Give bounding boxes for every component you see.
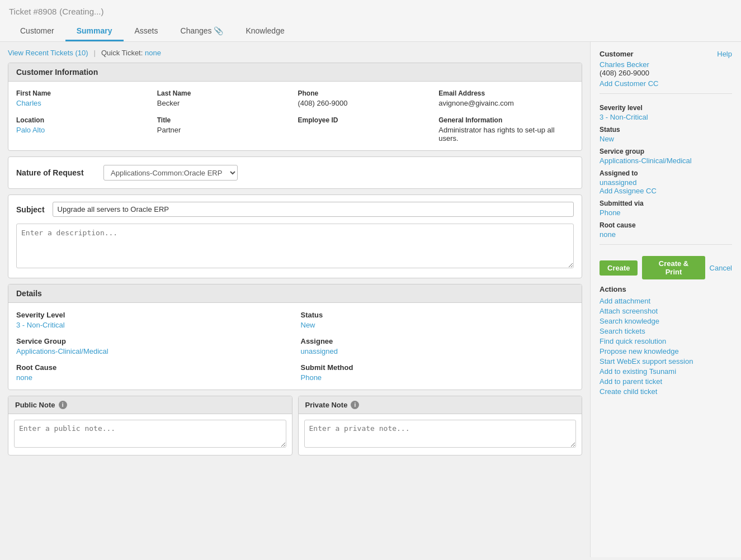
sidebar-service-group-value[interactable]: Applications-Clinical/Medical xyxy=(600,156,692,165)
create-button[interactable]: Create xyxy=(600,260,638,276)
cancel-link[interactable]: Cancel xyxy=(710,264,732,272)
phone-field: Phone (408) 260-9000 xyxy=(298,89,433,107)
nav-tabs: Customer Summary Assets Changes 📎 Knowle… xyxy=(9,22,732,41)
general-info-label: General Information xyxy=(438,116,574,124)
create-print-button[interactable]: Create & Print xyxy=(642,256,705,279)
public-note-panel: Public Note i xyxy=(8,396,292,455)
notes-row: Public Note i Private Note i xyxy=(8,396,582,455)
details-panel: Details Severity Level 3 - Non-Critical … xyxy=(8,284,582,390)
tab-customer[interactable]: Customer xyxy=(9,22,65,41)
separator: | xyxy=(94,49,96,57)
action-start-webex[interactable]: Start WebEx support session xyxy=(600,357,732,366)
root-cause-detail-value[interactable]: none xyxy=(16,373,290,382)
employee-id-field: Employee ID xyxy=(298,116,433,143)
right-sidebar: Customer Help Charles Becker (408) 260-9… xyxy=(590,42,741,557)
tab-summary[interactable]: Summary xyxy=(65,22,124,41)
public-note-header: Public Note i xyxy=(8,396,292,414)
subject-row: Subject xyxy=(8,195,582,224)
sidebar-customer-name-link[interactable]: Charles Becker xyxy=(600,60,649,69)
sidebar-root-cause-label: Root cause xyxy=(600,221,732,229)
location-field: Location Palo Alto xyxy=(16,116,152,143)
sidebar-service-group-label: Service group xyxy=(600,148,732,155)
nature-of-request-label: Nature of Request xyxy=(16,168,95,177)
sidebar-assigned-to-value[interactable]: unassigned xyxy=(600,178,637,187)
action-attach-screenshot[interactable]: Attach screenshot xyxy=(600,307,732,315)
tab-changes[interactable]: Changes 📎 xyxy=(169,22,235,41)
general-info-field: General Information Administrator has ri… xyxy=(438,116,574,143)
ticket-title: Ticket #8908 (Creating...) xyxy=(9,6,732,17)
title-label: Title xyxy=(157,116,292,124)
action-find-quick-resolution[interactable]: Find quick resolution xyxy=(600,337,732,345)
action-create-child-ticket[interactable]: Create child ticket xyxy=(600,387,732,396)
main-layout: View Recent Tickets (10) | Quick Ticket:… xyxy=(0,42,741,557)
sidebar-severity-value: 3 - Non-Critical xyxy=(600,113,732,121)
action-search-knowledge[interactable]: Search knowledge xyxy=(600,317,732,325)
assignee-detail: Assignee unassigned xyxy=(301,337,574,355)
action-add-to-existing-tsunami[interactable]: Add to existing Tsunami xyxy=(600,367,732,376)
quick-ticket-value: none xyxy=(145,49,161,57)
sidebar-add-customer-cc-link[interactable]: Add Customer CC xyxy=(600,79,658,88)
status-detail-label: Status xyxy=(301,311,574,319)
subject-panel: Subject xyxy=(8,194,582,278)
sidebar-add-assignee-cc-link[interactable]: Add Assignee CC xyxy=(600,187,657,195)
details-grid: Severity Level 3 - Non-Critical Status N… xyxy=(16,311,574,382)
paperclip-icon: 📎 xyxy=(214,26,223,35)
nature-of-request-panel: Nature of Request Applications-Common:Or… xyxy=(8,156,582,189)
action-buttons-row: Create Create & Print Cancel xyxy=(600,256,732,279)
email-field: Email Address avignone@givainc.com xyxy=(438,89,574,107)
last-name-value: Becker xyxy=(157,99,292,107)
sidebar-assigned-to-label: Assigned to xyxy=(600,169,732,177)
severity-detail: Severity Level 3 - Non-Critical xyxy=(16,311,290,329)
submit-method-detail-value[interactable]: Phone xyxy=(301,373,574,382)
assignee-detail-value[interactable]: unassigned xyxy=(301,347,574,355)
sidebar-root-cause-value[interactable]: none xyxy=(600,230,616,239)
private-note-panel: Private Note i xyxy=(298,396,583,455)
description-textarea[interactable] xyxy=(16,224,574,268)
email-label: Email Address xyxy=(438,89,574,97)
sidebar-submitted-via-value[interactable]: Phone xyxy=(600,208,621,217)
submit-method-detail-label: Submit Method xyxy=(301,363,574,372)
public-note-textarea[interactable] xyxy=(14,420,286,448)
first-name-label: First Name xyxy=(16,89,152,97)
private-note-info-icon: i xyxy=(351,401,359,409)
action-search-tickets[interactable]: Search tickets xyxy=(600,327,732,335)
left-content: View Recent Tickets (10) | Quick Ticket:… xyxy=(0,42,590,557)
title-value: Partner xyxy=(157,126,292,134)
ticket-number: Ticket #8908 xyxy=(9,7,56,16)
status-detail-value[interactable]: New xyxy=(301,321,574,329)
general-info-value: Administrator has rights to set-up all u… xyxy=(438,126,574,143)
last-name-label: Last Name xyxy=(157,89,292,97)
severity-detail-value[interactable]: 3 - Non-Critical xyxy=(16,321,290,329)
sidebar-submitted-via-label: Submitted via xyxy=(600,200,732,207)
quick-ticket-label: Quick Ticket: xyxy=(101,49,143,57)
view-recent-tickets-link[interactable]: View Recent Tickets (10) xyxy=(8,49,88,57)
public-note-info-icon: i xyxy=(59,401,67,409)
sidebar-status-label: Status xyxy=(600,126,732,134)
service-group-detail-value[interactable]: Applications-Clinical/Medical xyxy=(16,347,290,355)
last-name-field: Last Name Becker xyxy=(157,89,292,107)
action-add-to-parent-ticket[interactable]: Add to parent ticket xyxy=(600,377,732,386)
subject-input[interactable] xyxy=(53,202,574,217)
phone-label: Phone xyxy=(298,89,433,97)
service-group-detail: Service Group Applications-Clinical/Medi… xyxy=(16,337,290,355)
submit-method-detail: Submit Method Phone xyxy=(301,363,574,382)
title-field: Title Partner xyxy=(157,116,292,143)
employee-id-label: Employee ID xyxy=(298,116,433,124)
nature-of-request-select[interactable]: Applications-Common:Oracle ERP xyxy=(103,165,238,181)
location-label: Location xyxy=(16,116,152,124)
root-cause-detail: Root Cause none xyxy=(16,363,290,382)
private-note-label: Private Note xyxy=(305,401,348,409)
sidebar-customer-section: Customer Help Charles Becker (408) 260-9… xyxy=(600,50,732,94)
details-body: Severity Level 3 - Non-Critical Status N… xyxy=(8,303,582,390)
customer-grid: First Name Charles Last Name Becker Phon… xyxy=(16,89,574,143)
action-add-attachment[interactable]: Add attachment xyxy=(600,297,732,305)
service-group-detail-label: Service Group xyxy=(16,337,290,345)
action-propose-new-knowledge[interactable]: Propose new knowledge xyxy=(600,347,732,355)
private-note-textarea[interactable] xyxy=(304,420,577,448)
phone-value: (408) 260-9000 xyxy=(298,99,433,107)
tab-knowledge[interactable]: Knowledge xyxy=(234,22,295,41)
tab-assets[interactable]: Assets xyxy=(124,22,169,41)
sidebar-help-link[interactable]: Help xyxy=(717,50,732,58)
subject-label: Subject xyxy=(16,205,45,214)
sidebar-customer-title: Customer xyxy=(600,50,634,58)
